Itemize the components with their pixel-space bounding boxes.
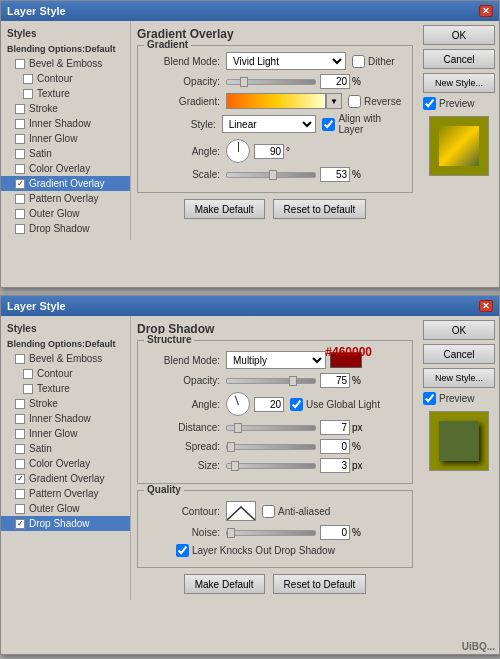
opacity-slider-thumb[interactable] bbox=[240, 77, 248, 87]
sidebar-item-texture[interactable]: Texture bbox=[1, 86, 130, 101]
cancel-btn-2[interactable]: Cancel bbox=[423, 344, 495, 364]
sidebar2-drop-shadow[interactable]: ✓Drop Shadow bbox=[1, 516, 130, 531]
sidebar-item-outer-glow[interactable]: Outer Glow bbox=[1, 206, 130, 221]
anti-aliased-checkbox[interactable] bbox=[262, 505, 275, 518]
new-style-btn-2[interactable]: New Style... bbox=[423, 368, 495, 388]
spread-track[interactable] bbox=[226, 444, 316, 450]
preview-checkbox-2[interactable]: Preview bbox=[423, 392, 495, 405]
contour-preview[interactable] bbox=[226, 501, 256, 521]
sidebar2-color-overlay[interactable]: Color Overlay bbox=[1, 456, 130, 471]
drop-shadow-checkbox[interactable] bbox=[15, 224, 25, 234]
sidebar2-bevel[interactable]: Bevel & Emboss bbox=[1, 351, 130, 366]
scale-slider-thumb[interactable] bbox=[269, 170, 277, 180]
inner-shadow-checkbox[interactable] bbox=[15, 119, 25, 129]
style-label: Style: bbox=[146, 119, 222, 130]
align-checkbox-label[interactable]: Align with Layer bbox=[322, 113, 404, 135]
style-select[interactable]: Linear bbox=[222, 115, 317, 133]
noise-input[interactable] bbox=[320, 525, 350, 540]
noise-thumb[interactable] bbox=[227, 528, 235, 538]
sidebar-item-contour[interactable]: Contour bbox=[1, 71, 130, 86]
angle-input[interactable] bbox=[254, 144, 284, 159]
sidebar-item-bevel[interactable]: Bevel & Emboss bbox=[1, 56, 130, 71]
bevel-checkbox[interactable] bbox=[15, 59, 25, 69]
sidebar2-contour[interactable]: Contour bbox=[1, 366, 130, 381]
sidebar-item-inner-shadow[interactable]: Inner Shadow bbox=[1, 116, 130, 131]
blending-options-2[interactable]: Blending Options:Default bbox=[1, 337, 130, 351]
global-light-checkbox[interactable] bbox=[290, 398, 303, 411]
anti-aliased-label[interactable]: Anti-aliased bbox=[262, 505, 330, 518]
align-checkbox[interactable] bbox=[322, 118, 335, 131]
angle-input-2[interactable] bbox=[254, 397, 284, 412]
blending-options-1[interactable]: Blending Options:Default bbox=[1, 42, 130, 56]
contour-checkbox[interactable] bbox=[23, 74, 33, 84]
spread-input[interactable] bbox=[320, 439, 350, 454]
sidebar-item-gradient-overlay[interactable]: ✓ Gradient Overlay bbox=[1, 176, 130, 191]
sidebar-item-satin[interactable]: Satin bbox=[1, 146, 130, 161]
preview-check-2[interactable] bbox=[423, 392, 436, 405]
scale-slider-track[interactable] bbox=[226, 172, 316, 178]
dither-checkbox-label[interactable]: Dither bbox=[352, 55, 395, 68]
close-button-1[interactable]: ✕ bbox=[479, 5, 493, 17]
opacity-input-2[interactable] bbox=[320, 373, 350, 388]
preview-check-1[interactable] bbox=[423, 97, 436, 110]
opacity-slider-track[interactable] bbox=[226, 79, 316, 85]
ok-btn-1[interactable]: OK bbox=[423, 25, 495, 45]
sidebar2-inner-glow[interactable]: Inner Glow bbox=[1, 426, 130, 441]
close-button-2[interactable]: ✕ bbox=[479, 300, 493, 312]
opacity-thumb-2[interactable] bbox=[289, 376, 297, 386]
blend-mode-select-2[interactable]: Multiply bbox=[226, 351, 326, 369]
sidebar-item-drop-shadow[interactable]: Drop Shadow bbox=[1, 221, 130, 236]
scale-input[interactable] bbox=[320, 167, 350, 182]
sidebar-item-pattern-overlay[interactable]: Pattern Overlay bbox=[1, 191, 130, 206]
size-track[interactable] bbox=[226, 463, 316, 469]
sidebar-item-inner-glow[interactable]: Inner Glow bbox=[1, 131, 130, 146]
reverse-checkbox[interactable] bbox=[348, 95, 361, 108]
outer-glow-checkbox[interactable] bbox=[15, 209, 25, 219]
reset-btn-1[interactable]: Reset to Default bbox=[273, 199, 367, 219]
inner-glow-checkbox[interactable] bbox=[15, 134, 25, 144]
gradient-dropdown-btn[interactable]: ▼ bbox=[326, 93, 342, 109]
size-row: Size: px bbox=[146, 458, 404, 473]
layer-knocks-label[interactable]: Layer Knocks Out Drop Shadow bbox=[176, 544, 335, 557]
global-light-label[interactable]: Use Global Light bbox=[290, 398, 380, 411]
sidebar-item-color-overlay[interactable]: Color Overlay bbox=[1, 161, 130, 176]
layer-knocks-text: Layer Knocks Out Drop Shadow bbox=[192, 545, 335, 556]
spread-thumb[interactable] bbox=[227, 442, 235, 452]
reset-btn-2[interactable]: Reset to Default bbox=[273, 574, 367, 594]
cancel-btn-1[interactable]: Cancel bbox=[423, 49, 495, 69]
sidebar-item-stroke[interactable]: Stroke bbox=[1, 101, 130, 116]
satin-checkbox[interactable] bbox=[15, 149, 25, 159]
dither-checkbox[interactable] bbox=[352, 55, 365, 68]
angle-dial[interactable] bbox=[226, 139, 250, 163]
opacity-input[interactable] bbox=[320, 74, 350, 89]
new-style-btn-1[interactable]: New Style... bbox=[423, 73, 495, 93]
gradient-preview[interactable] bbox=[226, 93, 326, 109]
blend-mode-select[interactable]: Vivid Light bbox=[226, 52, 346, 70]
ok-btn-2[interactable]: OK bbox=[423, 320, 495, 340]
sidebar2-gradient-overlay[interactable]: ✓Gradient Overlay bbox=[1, 471, 130, 486]
make-default-btn-1[interactable]: Make Default bbox=[184, 199, 265, 219]
noise-track[interactable] bbox=[226, 530, 316, 536]
layer-knocks-checkbox[interactable] bbox=[176, 544, 189, 557]
sidebar2-pattern-overlay[interactable]: Pattern Overlay bbox=[1, 486, 130, 501]
distance-thumb[interactable] bbox=[234, 423, 242, 433]
stroke-checkbox[interactable] bbox=[15, 104, 25, 114]
distance-track[interactable] bbox=[226, 425, 316, 431]
preview-checkbox-1[interactable]: Preview bbox=[423, 97, 495, 110]
size-thumb[interactable] bbox=[231, 461, 239, 471]
pattern-overlay-checkbox[interactable] bbox=[15, 194, 25, 204]
make-default-btn-2[interactable]: Make Default bbox=[184, 574, 265, 594]
size-input[interactable] bbox=[320, 458, 350, 473]
distance-input[interactable] bbox=[320, 420, 350, 435]
texture-checkbox[interactable] bbox=[23, 89, 33, 99]
color-overlay-checkbox[interactable] bbox=[15, 164, 25, 174]
sidebar2-satin[interactable]: Satin bbox=[1, 441, 130, 456]
opacity-track-2[interactable] bbox=[226, 378, 316, 384]
gradient-overlay-checkbox[interactable]: ✓ bbox=[15, 179, 25, 189]
reverse-checkbox-label[interactable]: Reverse bbox=[348, 95, 401, 108]
angle-dial-2[interactable] bbox=[226, 392, 250, 416]
sidebar2-outer-glow[interactable]: Outer Glow bbox=[1, 501, 130, 516]
sidebar2-stroke[interactable]: Stroke bbox=[1, 396, 130, 411]
sidebar2-inner-shadow[interactable]: Inner Shadow bbox=[1, 411, 130, 426]
sidebar2-texture[interactable]: Texture bbox=[1, 381, 130, 396]
